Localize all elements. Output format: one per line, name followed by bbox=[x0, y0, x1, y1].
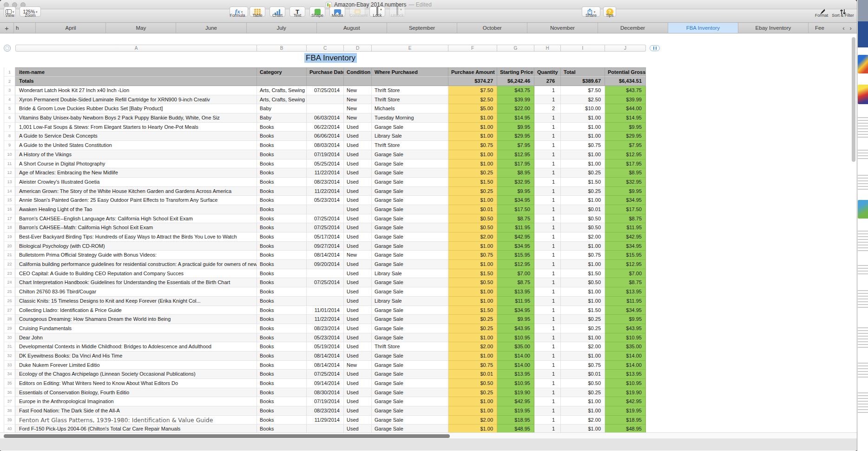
cell-where-purchased[interactable]: Garage Sale bbox=[372, 187, 448, 196]
cell-purchase-date[interactable]: 05/17/2014 bbox=[307, 232, 344, 242]
cell-purchase-amount[interactable]: $1.00 bbox=[448, 287, 497, 297]
cell-quantity[interactable]: 1 bbox=[534, 361, 561, 370]
cell-item-name[interactable]: Ecology of the Chagos Archipelago (Linne… bbox=[15, 370, 257, 379]
cell-total[interactable]: $0.25 bbox=[561, 388, 605, 398]
cell-purchase-date[interactable]: 11/22/2014 bbox=[307, 168, 344, 178]
cell-purchase-amount[interactable]: $5.00 bbox=[448, 104, 497, 113]
cell-starting-price[interactable]: $13.95 bbox=[497, 287, 534, 297]
column-letter[interactable]: I bbox=[561, 45, 605, 52]
cell-item-name[interactable]: Age of Miracles: Embracing the New Midli… bbox=[15, 168, 257, 178]
cell-purchase-date[interactable]: 08/14/2014 bbox=[307, 352, 344, 361]
cell-quantity[interactable]: 1 bbox=[534, 178, 561, 187]
cell-starting-price[interactable]: $42.95 bbox=[497, 232, 534, 242]
cell-where-purchased[interactable]: Library Sale bbox=[372, 132, 448, 141]
row-number[interactable]: 5 bbox=[4, 104, 15, 113]
cell-where-purchased[interactable]: Thrift Store bbox=[372, 141, 448, 150]
cell-purchase-amount[interactable]: $1.50 bbox=[448, 178, 497, 187]
cell-purchase-date[interactable]: 08/23/2014 bbox=[307, 406, 344, 416]
cell-potential-gross[interactable]: $11.95 bbox=[605, 223, 646, 232]
cell-starting-price[interactable]: $11.95 bbox=[497, 223, 534, 232]
cell-condition[interactable]: Used bbox=[344, 352, 372, 361]
cell-starting-price[interactable]: $8.95 bbox=[497, 168, 534, 178]
cell-purchase-amount[interactable]: $0.25 bbox=[448, 388, 497, 398]
cell-total[interactable]: $1.00 bbox=[561, 123, 605, 132]
cell-total[interactable]: $1.00 bbox=[561, 352, 605, 361]
cell-purchase-amount[interactable]: $0.75 bbox=[448, 141, 497, 150]
sheet-tab-may[interactable]: May bbox=[106, 23, 176, 33]
cell-condition[interactable]: Used bbox=[344, 397, 372, 406]
cell-total[interactable]: $1.00 bbox=[561, 159, 605, 169]
cell-where-purchased[interactable]: Garage Sale bbox=[372, 324, 448, 333]
row-number[interactable]: 26 bbox=[4, 297, 15, 306]
cell-item-name[interactable]: Barron's CAHSEE--Math: California High S… bbox=[15, 223, 257, 232]
cell-quantity[interactable]: 1 bbox=[534, 86, 561, 95]
cell-purchase-amount[interactable]: $0.01 bbox=[448, 370, 497, 379]
vertical-scrollbar[interactable] bbox=[852, 36, 855, 399]
sheet-tab-fees[interactable]: Fee bbox=[809, 23, 837, 33]
cell-total[interactable]: $0.75 bbox=[561, 251, 605, 260]
cell-total[interactable]: $0.50 bbox=[561, 223, 605, 232]
totals-cell[interactable] bbox=[372, 77, 448, 86]
cell-category[interactable]: Books bbox=[257, 306, 307, 315]
column-letter[interactable]: A bbox=[15, 45, 257, 52]
row-number[interactable]: 16 bbox=[4, 205, 15, 214]
cell-condition[interactable]: Used bbox=[344, 315, 372, 324]
cell-potential-gross[interactable]: $8.75 bbox=[605, 214, 646, 224]
cell-potential-gross[interactable]: $11.95 bbox=[605, 297, 646, 306]
cell-item-name[interactable]: A Short Course in Digital Photography bbox=[15, 159, 257, 169]
cell-starting-price[interactable]: $14.00 bbox=[497, 361, 534, 370]
cell-purchase-date[interactable]: 07/25/2014 bbox=[307, 223, 344, 232]
cell-item-name[interactable]: Fenton Art Glass Patterns, 1939-1980: Id… bbox=[15, 416, 257, 425]
cell-potential-gross[interactable]: $10.95 bbox=[605, 379, 646, 388]
cell-item-name[interactable]: Chilton 26760 83-96 Tbird/Cougar bbox=[15, 287, 257, 297]
cell-potential-gross[interactable]: $42.95 bbox=[605, 232, 646, 242]
cell-category[interactable]: Books bbox=[257, 260, 307, 269]
cell-where-purchased[interactable]: Garage Sale bbox=[372, 159, 448, 169]
row-number[interactable]: 9 bbox=[4, 141, 15, 150]
cell-where-purchased[interactable]: Garage Sale bbox=[372, 150, 448, 159]
cell-condition[interactable]: Used bbox=[344, 260, 372, 269]
lock-button[interactable]: Lock bbox=[369, 5, 385, 23]
sheet-tab-october[interactable]: October bbox=[457, 23, 527, 33]
cell-purchase-amount[interactable]: $1.00 bbox=[448, 333, 497, 343]
cell-purchase-amount[interactable]: $0.50 bbox=[448, 214, 497, 224]
cell-quantity[interactable]: 1 bbox=[534, 223, 561, 232]
cell-item-name[interactable]: Biological Psychology (with CD-ROM) bbox=[15, 242, 257, 251]
cell-category[interactable]: Books bbox=[257, 297, 307, 306]
cell-purchase-date[interactable]: 08/23/2014 bbox=[307, 324, 344, 333]
cell-category[interactable]: Books bbox=[257, 324, 307, 333]
cell-condition[interactable]: Used bbox=[344, 223, 372, 232]
row-number[interactable]: 14 bbox=[4, 187, 15, 196]
table-row[interactable]: Chilton 26760 83-96 Tbird/Cougar Books U… bbox=[15, 287, 646, 297]
table-row[interactable]: 1,001 Low-Fat Soups & Stews: From Elegan… bbox=[15, 123, 646, 132]
cell-item-name[interactable]: Duke Nukem Forever Limited Editio bbox=[15, 361, 257, 370]
cell-where-purchased[interactable]: Garage Sale bbox=[372, 223, 448, 232]
cell-purchase-amount[interactable]: $2.00 bbox=[448, 232, 497, 242]
row-number[interactable]: 18 bbox=[4, 223, 15, 232]
cell-purchase-date[interactable] bbox=[307, 205, 344, 214]
row-number[interactable]: 4 bbox=[4, 95, 15, 105]
cell-total[interactable]: $1.00 bbox=[561, 132, 605, 141]
cell-quantity[interactable]: 1 bbox=[534, 159, 561, 169]
cell-where-purchased[interactable]: Garage Sale bbox=[372, 370, 448, 379]
cell-quantity[interactable]: 1 bbox=[534, 278, 561, 287]
cell-purchase-date[interactable]: 07/25/2014 bbox=[307, 370, 344, 379]
row-number[interactable]: 30 bbox=[4, 333, 15, 343]
column-header[interactable]: Potential Gross bbox=[605, 68, 646, 77]
cell-purchase-amount[interactable]: $1.00 bbox=[448, 113, 497, 123]
cell-starting-price[interactable]: $7.95 bbox=[497, 141, 534, 150]
cell-purchase-amount[interactable]: $1.00 bbox=[448, 132, 497, 141]
cell-condition[interactable]: Used bbox=[344, 333, 372, 343]
prev-sheet-icon[interactable]: ‹ bbox=[842, 25, 844, 32]
cell-quantity[interactable]: 1 bbox=[534, 342, 561, 352]
cell-where-purchased[interactable]: Garage Sale bbox=[372, 306, 448, 315]
cell-item-name[interactable]: California building performance guidelin… bbox=[15, 260, 257, 269]
cell-purchase-date[interactable]: 07/25/2014 bbox=[307, 214, 344, 224]
cell-purchase-date[interactable]: 06/03/2014 bbox=[307, 113, 344, 123]
cell-total[interactable]: $0.75 bbox=[561, 141, 605, 150]
cell-item-name[interactable]: Cruising Fundamentals bbox=[15, 324, 257, 333]
row-number[interactable]: 35 bbox=[4, 379, 15, 388]
cell-where-purchased[interactable]: Library Sale bbox=[372, 269, 448, 279]
cell-purchase-date[interactable]: 11/22/2014 bbox=[307, 187, 344, 196]
table-row[interactable]: Essentials of Conservation Biology, Four… bbox=[15, 388, 646, 398]
